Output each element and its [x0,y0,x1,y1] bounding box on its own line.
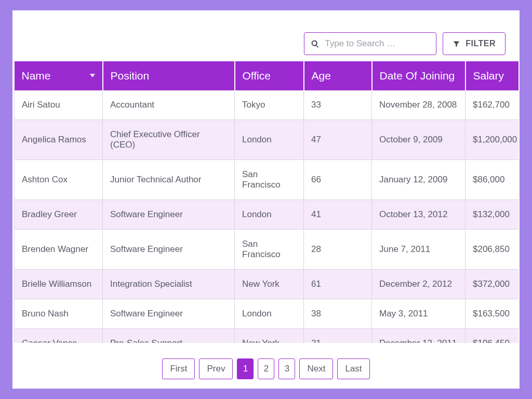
table-head: Name Position Office Age Date Of Joining… [15,61,519,90]
cell-doj: May 3, 2011 [372,299,466,329]
cell-age: 61 [304,270,372,299]
filter-button[interactable]: FILTER [443,32,506,55]
cell-age: 41 [304,200,372,230]
col-label: Office [243,70,271,82]
cell-age: 28 [304,230,372,270]
search-icon [311,39,320,48]
page-3[interactable]: 3 [278,358,295,379]
cell-doj: October 13, 2012 [372,200,466,230]
col-label: Salary [473,70,504,82]
pagination: First Prev 1 2 3 Next Last [12,358,520,379]
cell-office: Tokyo [235,90,304,120]
cell-name: Brielle Williamson [15,270,103,299]
cell-doj: December 12, 2011 [372,329,466,343]
table-row: Brenden WagnerSoftware EngineerSan Franc… [15,230,519,270]
search-box[interactable] [304,32,436,55]
col-label: Date Of Joining [380,70,455,82]
table-row: Brielle WilliamsonIntegration Specialist… [15,270,519,299]
cell-office: London [235,120,304,160]
cell-age: 47 [304,120,372,160]
cell-position: Integration Specialist [103,270,235,299]
cell-name: Bradley Greer [15,200,103,230]
cell-salary: $1,200,000 [466,120,519,160]
cell-doj: December 2, 2012 [372,270,466,299]
cell-position: Pre-Sales Support [103,329,235,343]
table-body: Airi SatouAccountantTokyo33November 28, … [15,90,519,343]
page-prev[interactable]: Prev [199,358,233,379]
cell-doj: June 7, 2011 [372,230,466,270]
cell-salary: $132,000 [466,200,519,230]
cell-doj: October 9, 2009 [372,120,466,160]
cell-age: 33 [304,90,372,120]
page-1[interactable]: 1 [237,358,254,379]
cell-name: Angelica Ramos [15,120,103,160]
col-label: Position [111,70,150,82]
page-2[interactable]: 2 [258,358,274,379]
table-row: Bradley GreerSoftware EngineerLondon41Oc… [15,200,519,230]
cell-office: San Francisco [235,230,304,270]
col-label: Name [22,70,51,82]
filter-label: FILTER [466,39,496,48]
cell-office: San Francisco [235,160,304,200]
cell-age: 21 [304,329,372,343]
table-row: Ashton CoxJunior Technical AuthorSan Fra… [15,160,519,200]
cell-office: London [235,200,304,230]
cell-salary: $106,450 [466,329,519,343]
col-header-name[interactable]: Name [15,61,103,90]
cell-office: London [235,299,304,329]
toolbar: FILTER [304,32,506,55]
data-table: Name Position Office Age Date Of Joining… [14,61,518,343]
cell-position: Software Engineer [103,200,235,230]
table-row: Airi SatouAccountantTokyo33November 28, … [15,90,519,120]
table-scroll[interactable]: Name Position Office Age Date Of Joining… [14,61,518,343]
cell-name: Ashton Cox [15,160,103,200]
data-table-card: FILTER Name Position Office Age [12,10,520,389]
cell-salary: $86,000 [466,160,519,200]
table-row: Bruno NashSoftware EngineerLondon38May 3… [15,299,519,329]
col-label: Age [312,70,331,82]
cell-position: Chief Executive Officer (CEO) [103,120,235,160]
cell-name: Bruno Nash [15,299,103,329]
cell-position: Junior Technical Author [103,160,235,200]
cell-doj: November 28, 2008 [372,90,466,120]
col-header-doj[interactable]: Date Of Joining [372,61,466,90]
cell-office: New York [235,329,304,343]
caret-down-icon [90,74,95,78]
cell-name: Airi Satou [15,90,103,120]
col-header-office[interactable]: Office [235,61,304,90]
col-header-salary[interactable]: Salary [466,61,519,90]
search-input[interactable] [325,38,430,49]
cell-age: 66 [304,160,372,200]
cell-name: Caesar Vance [15,329,103,343]
cell-salary: $163,500 [466,299,519,329]
cell-name: Brenden Wagner [15,230,103,270]
cell-position: Accountant [103,90,235,120]
cell-salary: $372,000 [466,270,519,299]
cell-salary: $206,850 [466,230,519,270]
col-header-position[interactable]: Position [103,61,235,90]
cell-position: Software Engineer [103,299,235,329]
page-last[interactable]: Last [337,358,369,379]
cell-doj: January 12, 2009 [372,160,466,200]
cell-age: 38 [304,299,372,329]
cell-position: Software Engineer [103,230,235,270]
cell-office: New York [235,270,304,299]
page-next[interactable]: Next [299,358,333,379]
cell-salary: $162,700 [466,90,519,120]
table-row: Angelica RamosChief Executive Officer (C… [15,120,519,160]
table-row: Caesar VancePre-Sales SupportNew York21D… [15,329,519,343]
page-first[interactable]: First [162,358,195,379]
funnel-icon [453,40,460,48]
col-header-age[interactable]: Age [304,61,372,90]
